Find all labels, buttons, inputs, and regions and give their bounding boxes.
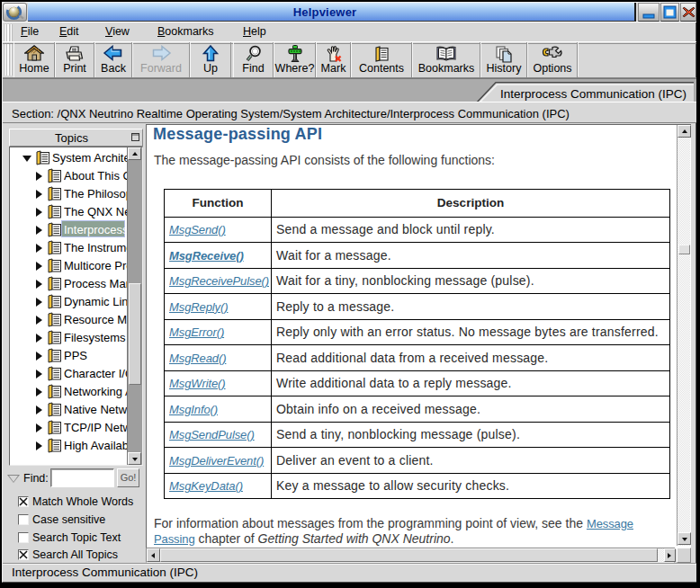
svg-text:Interprocess Communication (IP: Interprocess Communication (IPC) <box>500 87 687 101</box>
